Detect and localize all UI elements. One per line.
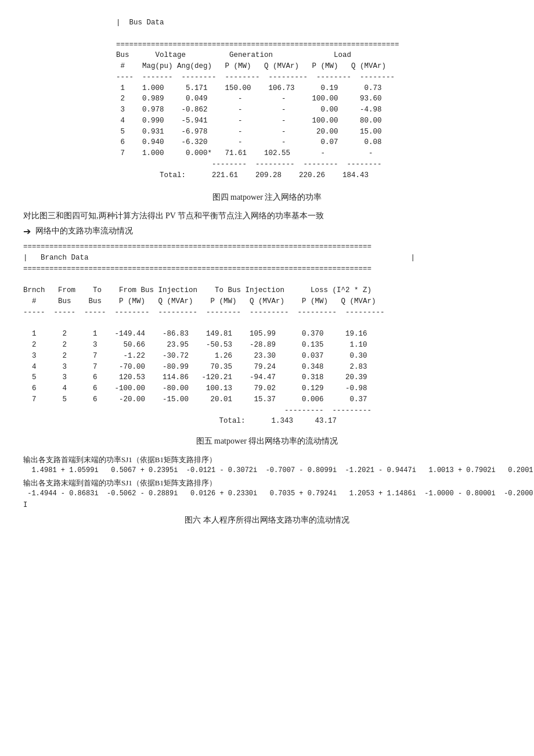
bus-data-bar: | [116, 19, 121, 27]
branch-separator-top1: ========================================… [23, 243, 371, 251]
description-sub: 网络中的支路功率流动情况 [35, 226, 133, 236]
bus-separator-mid: ---- ------- -------- -------- ---------… [116, 73, 395, 81]
branch-data-pre: ========================================… [23, 242, 511, 427]
bus-row-1: 1 1.000 5.171 150.00 106.73 0.19 0.73 [116, 84, 382, 92]
bus-row-4: 4 0.990 -5.941 - - 100.00 80.00 [116, 117, 382, 125]
branch-row-4: 4 3 7 -70.00 -80.99 70.35 79.24 0.348 2.… [23, 363, 367, 371]
bus-data-title: Bus Data [129, 19, 164, 27]
branch-row-6: 6 4 6 -100.00 -80.00 100.13 79.02 0.129 … [23, 384, 367, 393]
branch-row-7: 7 5 6 -20.00 -15.00 20.01 15.37 0.006 0.… [23, 395, 367, 404]
bus-row-3: 3 0.978 -0.862 - - 0.00 -4.98 [116, 106, 382, 114]
output-label2: 输出各支路末端到首端的功率SJ1（依据B1矩阵支路排序） [23, 478, 511, 488]
description-line2: ➔ 网络中的支路功率流动情况 [23, 226, 511, 237]
bus-data-section: | Bus Data =============================… [23, 17, 511, 181]
bus-row-2: 2 0.989 0.049 - - 100.00 93.60 [116, 95, 382, 103]
output-values1: 1.4981 + 1.0599i 0.5067 + 0.2395i -0.012… [23, 466, 511, 474]
branch-header2: # Bus Bus P (MW) Q (MVAr) P (MW) Q (MVAr… [23, 297, 376, 305]
branch-total-row: Total: 1.343 43.17 [23, 417, 337, 425]
bus-row-7: 7 1.000 0.000* 71.61 102.55 - - [116, 149, 373, 157]
bus-header2: # Mag(pu) Ang(deg) P (MW) Q (MVAr) P (MW… [116, 62, 386, 70]
caption-fig5: 图五 matpower 得出网络功率的流动情况 [23, 436, 511, 447]
arrow-down-icon: ➔ [23, 226, 31, 237]
output-label1: 输出各支路首端到末端的功率SJ1（依据B1矩阵支路排序） [23, 455, 511, 465]
branch-data-section: ========================================… [23, 242, 511, 427]
bus-separator-bot: -------- --------- -------- -------- [116, 160, 382, 168]
bus-row-6: 6 0.940 -6.320 - - 0.07 0.08 [116, 138, 382, 146]
bus-data-pre: | Bus Data =============================… [116, 17, 511, 83]
bus-separator-top: ========================================… [116, 41, 399, 49]
branch-title: Branch Data [41, 254, 89, 262]
branch-separator-mid: ----- ----- ----- -------- --------- ---… [23, 308, 385, 316]
caption-fig4: 图四 matpower 注入网络的功率 [23, 192, 511, 203]
output-values2: -1.4944 - 0.8683i -0.5062 - 0.2889i 0.01… [23, 489, 511, 498]
branch-header1: Brnch From To From Bus Injection To Bus … [23, 286, 371, 294]
bus-total-row: Total: 221.61 209.28 220.26 184.43 [116, 171, 369, 179]
branch-row-3: 3 2 7 -1.22 -30.72 1.26 23.30 0.037 0.30 [23, 352, 367, 360]
branch-row-2: 2 2 3 50.66 23.95 -50.53 -28.89 0.135 1.… [23, 341, 367, 349]
page-content: | Bus Data =============================… [23, 17, 511, 525]
bus-row-5: 5 0.931 -6.978 - - 20.00 15.00 [116, 128, 382, 136]
caption-fig6: 图六 本人程序所得出网络支路功率的流动情况 [23, 515, 511, 525]
bus-header1: Bus Voltage Generation Load [116, 51, 351, 59]
bus-rows: 1 1.000 5.171 150.00 106.73 0.19 0.73 2 … [116, 83, 511, 181]
output-cursor: I [23, 501, 511, 509]
description-text: 对比图三和图四可知,两种计算方法得出 PV 节点和平衡节点注入网络的功率基本一致 [23, 211, 324, 221]
branch-row-5: 5 3 6 120.53 114.86 -120.21 -94.47 0.318… [23, 373, 367, 381]
branch-separator-top2: ========================================… [23, 265, 371, 273]
branch-separator-bot: --------- --------- [23, 406, 371, 415]
description-line1: 对比图三和图四可知,两种计算方法得出 PV 节点和平衡节点注入网络的功率基本一致 [23, 211, 511, 221]
branch-row-1: 1 2 1 -149.44 -86.83 149.81 105.99 0.370… [23, 330, 367, 338]
branch-bar-title: | Branch Data | [23, 254, 415, 262]
